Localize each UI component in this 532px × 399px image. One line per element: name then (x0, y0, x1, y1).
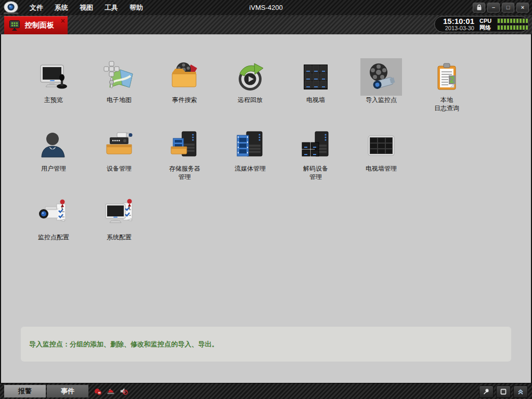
grid-item-tv-wall-management[interactable]: 电视墙管理 (348, 127, 414, 196)
grid-item-local-log-search[interactable]: 2 本地 日志查询 (414, 58, 479, 127)
grid-item-label: 事件搜索 (172, 96, 197, 104)
grid-item-label-line2: 管理 (309, 173, 322, 181)
restore-window-button[interactable] (496, 385, 511, 398)
grid-item-remote-playback[interactable]: 远程回放 (217, 58, 283, 127)
grid-item-label: 流媒体管理 (235, 164, 266, 173)
module-grid: 主预览 (21, 58, 479, 264)
window-controls: – □ × (473, 3, 529, 12)
folder-film-reel-icon (164, 58, 205, 96)
status-bar: 报警 事件 (0, 383, 532, 399)
module-description-text: 导入监控点：分组的添加、删除、修改和监控点的导入、导出。 (29, 340, 218, 349)
svg-text:2: 2 (450, 75, 455, 84)
network-usage-bar (497, 25, 528, 30)
tab-close-icon[interactable]: × (61, 17, 65, 24)
grid-item-device-management[interactable]: 设备管理 (86, 127, 152, 196)
camera-checklist-pin-icon (33, 196, 74, 233)
grid-item-main-preview[interactable]: 主预览 (21, 58, 86, 127)
clock-time: 15:10:01 (438, 18, 474, 25)
clock-date: 2013-03-30 (438, 25, 474, 31)
grid-item-label: 存储服务器 (169, 164, 200, 173)
control-panel-main: 主预览 (1, 34, 531, 383)
server-filmstrip-icon (229, 127, 271, 164)
grid-item-label: 本地 (440, 96, 453, 104)
clipboard-log-icon: 2 (426, 58, 468, 96)
grid-item-label: 电视墙 (306, 96, 325, 104)
collapse-panel-button[interactable] (513, 385, 528, 398)
grid-item-label: 导入监控点 (366, 96, 397, 104)
grid-item-label: 监控点配置 (38, 233, 69, 241)
grid-item-tv-wall[interactable]: 电视墙 (283, 58, 348, 127)
screen-wall-icon (295, 58, 336, 96)
control-panel-icon (8, 19, 21, 32)
grid-item-label: 设备管理 (107, 164, 132, 173)
film-reel-camera-icon (360, 58, 402, 96)
camera-logo-icon (0, 1, 24, 15)
clock-status-pill: 15:10:01 2013-03-30 CPU 网络 (434, 16, 529, 32)
map-navigation-icon (98, 58, 140, 96)
menu-system[interactable]: 系统 (49, 3, 74, 12)
module-description-panel: 导入监控点：分组的添加、删除、修改和监控点的导入、导出。 (21, 327, 511, 362)
grid-item-label: 主预览 (44, 96, 63, 104)
grid-item-storage-server-management[interactable]: 存储服务器 管理 (152, 127, 217, 196)
network-label: 网络 (479, 24, 497, 32)
grid-item-label: 电子地图 (107, 96, 132, 104)
menu-view[interactable]: 视图 (74, 3, 99, 12)
menu-file[interactable]: 文件 (24, 3, 49, 12)
lock-button[interactable] (473, 3, 485, 12)
alarm-siren-icon[interactable] (107, 387, 115, 397)
grid-item-system-configuration[interactable]: 系统配置 (86, 196, 152, 264)
grid-item-label: 解码设备 (303, 164, 328, 173)
menu-tools[interactable]: 工具 (99, 3, 124, 12)
tab-label: 控制面板 (25, 21, 54, 30)
close-button[interactable]: × (516, 3, 529, 12)
grid-item-label: 远程回放 (238, 96, 263, 104)
cpu-usage-bar (497, 18, 528, 23)
monitor-checklist-pin-icon (98, 196, 140, 233)
menu-help[interactable]: 帮助 (124, 3, 149, 12)
grid-item-event-search[interactable]: 事件搜索 (152, 58, 217, 127)
grid-item-label-line2: 管理 (178, 173, 191, 181)
person-icon (33, 127, 74, 164)
minimize-button[interactable]: – (487, 3, 500, 12)
collapse-up-icon (517, 388, 524, 395)
menu-bar: 文件 系统 视图 工具 帮助 iVMS-4200 – □ × (0, 0, 532, 16)
maximize-button[interactable]: □ (502, 3, 514, 12)
app-title: iVMS-4200 (249, 4, 282, 11)
server-drawers-icon (295, 127, 336, 164)
event-tab[interactable]: 事件 (47, 385, 88, 397)
tab-control-panel[interactable]: 控制面板 × (4, 16, 68, 34)
pin-button[interactable] (479, 385, 494, 398)
lock-icon (476, 4, 482, 11)
grid-item-label: 电视墙管理 (366, 164, 397, 173)
monitor-joystick-icon (33, 58, 74, 96)
pin-icon (483, 388, 490, 395)
grid-item-import-camera[interactable]: 导入监控点 (348, 58, 414, 127)
grid-item-stream-media-management[interactable]: 流媒体管理 (217, 127, 283, 196)
grid-item-e-map[interactable]: 电子地图 (86, 58, 152, 127)
grid-spacer (414, 127, 479, 196)
ivms-window: 文件 系统 视图 工具 帮助 iVMS-4200 – □ × (0, 0, 532, 399)
grid-item-camera-configuration[interactable]: 监控点配置 (21, 196, 86, 264)
playback-green-arrow-icon (229, 58, 271, 96)
grid-item-decoding-device-management[interactable]: 解码设备 管理 (283, 127, 348, 196)
screen-grid-icon (360, 127, 402, 164)
audio-off-icon[interactable] (120, 387, 128, 397)
server-film-tray-icon (164, 127, 205, 164)
grid-item-label: 系统配置 (107, 233, 132, 241)
grid-item-user-management[interactable]: 用户管理 (21, 127, 86, 196)
drawer-device-icon (98, 127, 140, 164)
grid-item-label-line2: 日志查询 (434, 104, 459, 112)
tab-bar: 控制面板 × 15:10:01 2013-03-30 CPU 网络 (0, 15, 532, 35)
alarm-clear-icon[interactable] (94, 387, 102, 397)
alarm-tab[interactable]: 报警 (4, 385, 46, 397)
cpu-label: CPU (479, 18, 497, 24)
restore-window-icon (500, 388, 507, 395)
grid-item-label: 用户管理 (41, 164, 66, 173)
